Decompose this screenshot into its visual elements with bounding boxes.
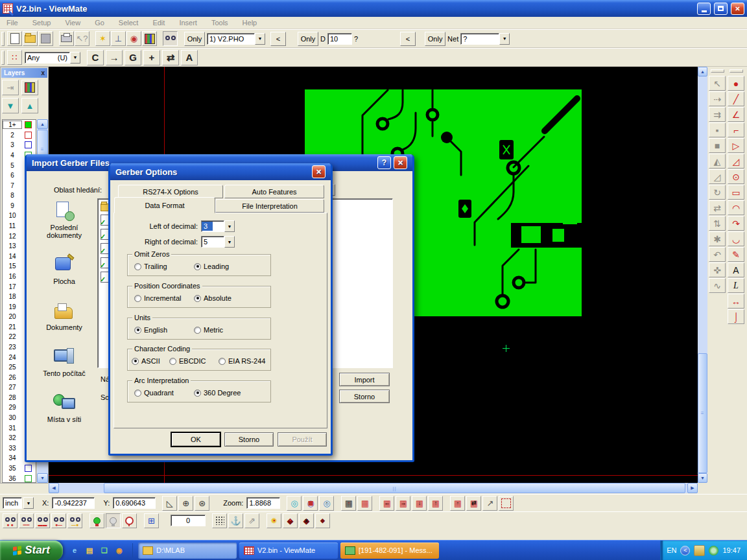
window-grid-icon[interactable]: ⊞ [144, 513, 159, 528]
radio-metric[interactable]: Metric [194, 326, 223, 334]
film-settings-icon[interactable] [21, 80, 38, 95]
radio-trailing[interactable]: Trailing [134, 262, 167, 270]
cancel-button[interactable]: Storno [224, 432, 274, 447]
step-left-icon[interactable]: ▦← [379, 496, 394, 511]
view-draw-glasses-icon[interactable]: ══ [19, 513, 34, 528]
step-right-icon[interactable]: ▦→ [396, 496, 410, 511]
step-down-icon[interactable]: ▦↓ [412, 496, 427, 511]
flash-finder-icon[interactable]: ✶ [95, 31, 110, 46]
move-group-icon[interactable]: ⇉ [709, 107, 726, 122]
layer-color-swatch[interactable] [25, 132, 32, 139]
highlight-g-button[interactable]: G [124, 50, 141, 65]
selection-box-icon[interactable] [499, 496, 514, 511]
radio-ascii[interactable]: ASCII [132, 357, 160, 365]
draw-rectangle-icon[interactable]: ▭ [728, 185, 744, 200]
import-close-button[interactable]: ✕ [394, 156, 407, 169]
scroll-up-button[interactable]: ▲ [698, 67, 707, 76]
place-item-docs[interactable]: Dokumenty [34, 301, 94, 331]
layer-color-swatch[interactable] [25, 465, 32, 472]
start-button[interactable]: Start [0, 541, 63, 560]
zoom-grid-icon[interactable]: ◎▦ [303, 496, 318, 511]
place-item-computer[interactable]: Tento počítač [34, 347, 94, 377]
menu-item-tools[interactable]: Tools [211, 19, 228, 27]
tab-file-interpretation[interactable]: File Interpretation [215, 199, 324, 213]
align-icon[interactable]: ⇅ [709, 216, 726, 231]
layer-color-swatch[interactable] [25, 141, 32, 148]
menu-item-view[interactable]: View [65, 19, 80, 27]
move-frame-icon[interactable]: ▦⇄ [466, 496, 481, 511]
dot-grid-icon[interactable] [212, 513, 227, 528]
scroll-right-button[interactable]: ▶ [687, 483, 698, 493]
prev-layer-button[interactable]: < [270, 32, 286, 46]
pattern-select-icon[interactable]: ◆x [299, 513, 314, 528]
ie-icon[interactable]: e [68, 544, 81, 557]
highlight-a-button[interactable]: A [181, 50, 198, 65]
mirror-icon[interactable]: ◭ [709, 154, 726, 169]
taskbar-task-3[interactable]: [191-482-091] - Mess... [340, 542, 439, 559]
draw-line-icon[interactable]: ╱ [728, 91, 744, 106]
draw-curve-icon[interactable]: ↷ [728, 216, 744, 231]
highlight-swap-button[interactable]: ⇄ [162, 50, 179, 65]
zoom-select-icon[interactable]: ◎· [319, 496, 334, 511]
radio-absolute[interactable]: Absolute [194, 294, 231, 302]
origin-crosshair-icon[interactable]: ⊕ [178, 496, 193, 511]
grid-red-icon[interactable]: ▦ [357, 496, 372, 511]
net-input[interactable]: ? [460, 33, 499, 45]
plumb-measure-icon[interactable]: ⊥ [111, 31, 126, 46]
gerber-close-button[interactable]: ✕ [312, 165, 326, 178]
dashed-move-icon[interactable]: ⇗ [244, 513, 259, 528]
menu-item-go[interactable]: Go [95, 19, 104, 27]
gerber-dialog-titlebar[interactable]: Gerber Options ✕ [110, 163, 331, 180]
radio-ebcdic[interactable]: EBCDIC [169, 357, 206, 365]
toolbar-handle[interactable] [729, 69, 743, 73]
bulb-on-icon[interactable] [89, 513, 104, 528]
bulb-outline-icon[interactable] [122, 513, 137, 528]
highlight-plus-button[interactable]: + [143, 50, 160, 65]
tab-data-format[interactable]: Data Format [114, 197, 215, 213]
pan-center-icon[interactable]: ⊛ [195, 496, 209, 511]
draw-fan-icon[interactable]: ▷ [728, 138, 744, 153]
layer-color-swatch[interactable] [25, 121, 32, 128]
right-of-decimal-value[interactable]: 5 [201, 236, 224, 248]
view-flash-glasses-icon[interactable]: ● ● [3, 513, 18, 528]
any-filter-arrow[interactable]: ▼ [70, 52, 80, 64]
vertical-scrollbar[interactable]: ▲ ≡ ▼ [698, 67, 707, 483]
draw-pad-icon[interactable]: ● [728, 76, 744, 91]
taskbar-task-1[interactable]: D:\MLAB [138, 542, 237, 559]
highlight-arrow-button[interactable]: → [106, 50, 123, 65]
film-layers-icon[interactable] [142, 31, 157, 46]
layers-scroll-down-button[interactable]: ▼ [37, 473, 48, 483]
settings-gear-icon[interactable]: ✱ [709, 231, 726, 246]
inspect-glasses-icon[interactable] [163, 31, 178, 46]
layers-panel-titlebar[interactable]: Layers x [1, 68, 47, 78]
radio-leading[interactable]: Leading [194, 262, 229, 270]
shear-icon[interactable]: ◿ [709, 169, 726, 184]
vertical-scroll-thumb[interactable]: ≡ [698, 353, 707, 473]
draw-triangle-icon[interactable]: ◿ [728, 154, 744, 169]
unit-select-arrow[interactable]: ▼ [23, 497, 34, 509]
notes-icon[interactable]: ❏ [98, 544, 111, 557]
step-up-icon[interactable]: ▦↑ [428, 496, 443, 511]
wave-edit-icon[interactable]: ∿ [709, 278, 726, 293]
layer-select-arrow[interactable]: ▼ [255, 33, 265, 45]
layer-row-1+[interactable]: 1+ [3, 120, 36, 130]
place-item-network[interactable]: Místa v síti [34, 393, 94, 423]
restore-button[interactable] [714, 3, 728, 15]
view-filled-glasses-icon[interactable]: ▬▬ [35, 513, 50, 528]
any-filter-value[interactable]: Any (U) [25, 52, 70, 64]
layer-row-2[interactable]: 2 [3, 130, 36, 141]
highlight-c-button[interactable]: C [87, 50, 104, 65]
radio-english[interactable]: English [134, 326, 167, 334]
open-file-icon[interactable] [23, 31, 38, 46]
help-button[interactable]: ? [377, 156, 391, 169]
swap-icon[interactable]: ⇄ [709, 200, 726, 215]
layer-down-icon[interactable]: ▼ [2, 98, 19, 113]
layer-row-3[interactable]: 3 [3, 140, 36, 150]
undo-arrow-icon[interactable]: ↶ [709, 247, 726, 262]
menu-item-select[interactable]: Select [119, 19, 139, 27]
menu-item-edit[interactable]: Edit [152, 19, 165, 27]
anchor-icon[interactable]: ⚓ [228, 513, 243, 528]
pattern-flash-icon[interactable]: ✹▪ [267, 513, 281, 528]
net-select-arrow[interactable]: ▼ [499, 33, 510, 45]
menu-item-help[interactable]: Help [243, 19, 257, 27]
